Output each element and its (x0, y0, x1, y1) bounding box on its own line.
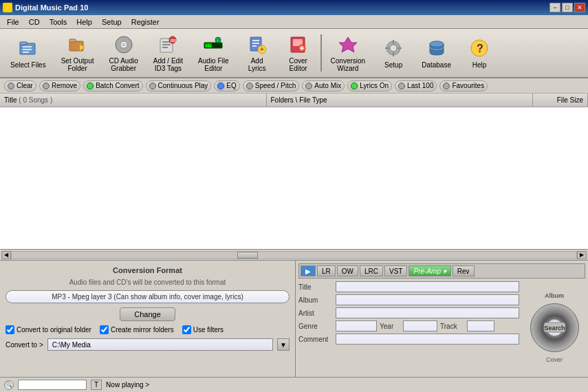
continuous-play-led (149, 83, 156, 89)
set-output-button[interactable]: Set OutputFolder (54, 30, 102, 76)
play-meta-btn[interactable]: ▶ (301, 265, 316, 276)
vst-btn[interactable]: VST (384, 265, 407, 276)
cd-grabber-icon (113, 34, 135, 55)
scroll-handle[interactable] (237, 252, 258, 259)
now-playing-bar: 🔍 T Now playing > (0, 377, 588, 392)
menu-cd[interactable]: CD (25, 17, 44, 28)
track-input[interactable] (467, 320, 494, 331)
menu-tools[interactable]: Tools (45, 17, 72, 28)
favourites-toggle[interactable]: Favourites (439, 80, 488, 91)
ow-btn[interactable]: OW (337, 265, 358, 276)
cd-grabber-button[interactable]: CD AudioGrabber (102, 30, 146, 76)
cd-grabber-label: CD AudioGrabber (109, 57, 138, 72)
conversion-subtitle: Audio files and CD's will be converted t… (6, 279, 290, 286)
comment-row: Comment (298, 334, 519, 345)
svg-rect-38 (393, 52, 394, 56)
title-input[interactable] (336, 281, 519, 292)
preamp-btn[interactable]: Pre-Amp ▾ (409, 265, 450, 276)
lyrics-on-toggle[interactable]: Lyrics On (347, 80, 392, 91)
database-icon (426, 37, 448, 59)
auto-mix-toggle[interactable]: Auto Mix (302, 80, 345, 91)
svg-text:+: + (260, 45, 264, 53)
comment-input[interactable] (336, 334, 519, 345)
remove-toggle[interactable]: Remove (39, 80, 80, 91)
menu-setup[interactable]: Setup (98, 17, 126, 28)
auto-mix-led (305, 83, 312, 89)
convert-to-path[interactable] (47, 338, 273, 351)
artist-row: Artist (298, 307, 519, 318)
last-100-label: Last 100 (407, 82, 433, 89)
svg-text:Search: Search (544, 325, 565, 331)
scroll-left-btn[interactable]: ◀ (1, 251, 11, 259)
file-list-header: Title ( 0 Songs ) Folders \ File Type Fi… (0, 94, 588, 107)
svg-text:ID3: ID3 (171, 39, 176, 43)
genre-input[interactable] (336, 320, 377, 331)
use-filters-checkbox[interactable]: Use filters (182, 325, 224, 334)
right-panel: ▶ LR OW LRC VST Pre-Amp ▾ Rev Title (296, 261, 588, 377)
title-row: Title (298, 281, 519, 292)
id3-tags-label: Add / EditID3 Tags (153, 57, 183, 72)
scroll-right-btn[interactable]: ▶ (577, 251, 587, 259)
album-input[interactable] (336, 294, 519, 305)
select-files-button[interactable]: Select Files (3, 30, 54, 76)
scroll-track[interactable] (11, 251, 577, 259)
audio-editor-label: Audio FileEditor (198, 57, 228, 72)
svg-point-10 (122, 43, 125, 46)
close-button[interactable]: ✕ (574, 3, 585, 12)
audio-editor-icon: ♪ (202, 34, 224, 55)
column-title: Title ( 0 Songs ) (0, 94, 267, 107)
batch-convert-label: Batch Convert (96, 82, 139, 89)
setup-button[interactable]: Setup (373, 30, 414, 76)
add-lyrics-button[interactable]: + AddLyrics (237, 30, 278, 76)
menu-help[interactable]: Help (72, 17, 96, 28)
genre-field-label: Genre (298, 323, 333, 330)
minimize-button[interactable]: − (549, 3, 560, 12)
svg-rect-1 (20, 42, 27, 45)
convert-original-checkbox[interactable]: Convert to original folder (6, 325, 91, 334)
lrc-btn[interactable]: LRC (360, 265, 383, 276)
app-icon: ♪ (3, 3, 12, 12)
continuous-play-label: Continuous Play (158, 82, 208, 89)
title-bar: ♪ Digital Music Pad 10 − □ ✕ (0, 0, 588, 15)
year-input[interactable] (403, 320, 437, 331)
help-button[interactable]: ? Help (459, 30, 500, 76)
audio-editor-button[interactable]: ♪ Audio FileEditor (190, 30, 236, 76)
search-input[interactable] (18, 380, 87, 390)
favourites-label: Favourites (452, 82, 484, 89)
album-row: Album (298, 294, 519, 305)
maximize-button[interactable]: □ (562, 3, 573, 12)
create-mirror-checkbox[interactable]: Create mirror folders (100, 325, 174, 334)
speed-pitch-toggle[interactable]: Speed / Pitch (243, 80, 299, 91)
horizontal-scrollbar[interactable]: ◀ ▶ (0, 249, 588, 260)
lr-btn[interactable]: LR (317, 265, 336, 276)
help-icon: ? (468, 37, 490, 59)
conversion-wizard-button[interactable]: ConversionWizard (323, 30, 373, 76)
cover-disc-label: Cover (546, 356, 563, 363)
text-size-btn[interactable]: T (91, 380, 102, 390)
remove-led (43, 83, 50, 89)
rev-btn[interactable]: Rev (453, 265, 475, 276)
menu-file[interactable]: File (3, 17, 23, 28)
clear-led (8, 83, 14, 89)
checkboxes-row: Convert to original folder Create mirror… (6, 325, 290, 334)
comment-field-label: Comment (298, 336, 333, 343)
last-100-toggle[interactable]: Last 100 (395, 80, 437, 91)
clear-label: Clear (17, 82, 33, 89)
meta-toolbar: ▶ LR OW LRC VST Pre-Amp ▾ Rev (298, 263, 585, 279)
clear-toggle[interactable]: Clear (4, 80, 36, 91)
setup-icon (382, 37, 404, 59)
menu-register[interactable]: Register (127, 17, 164, 28)
id3-tags-button[interactable]: ID3 Add / EditID3 Tags (146, 30, 190, 76)
conversion-wizard-label: ConversionWizard (331, 57, 366, 72)
continuous-play-toggle[interactable]: Continuous Play (146, 80, 212, 91)
change-button[interactable]: Change (120, 307, 175, 321)
browse-folder-button[interactable]: ▼ (277, 338, 290, 351)
artist-input[interactable] (336, 307, 519, 318)
eq-toggle[interactable]: EQ (214, 80, 239, 91)
lyrics-on-led (351, 83, 358, 89)
menu-bar: File CD Tools Help Setup Register (0, 15, 588, 29)
speed-pitch-led (246, 83, 253, 89)
cover-editor-button[interactable]: CoverEditor (278, 30, 319, 76)
batch-convert-toggle[interactable]: Batch Convert (83, 80, 142, 91)
database-button[interactable]: Database (414, 30, 459, 76)
